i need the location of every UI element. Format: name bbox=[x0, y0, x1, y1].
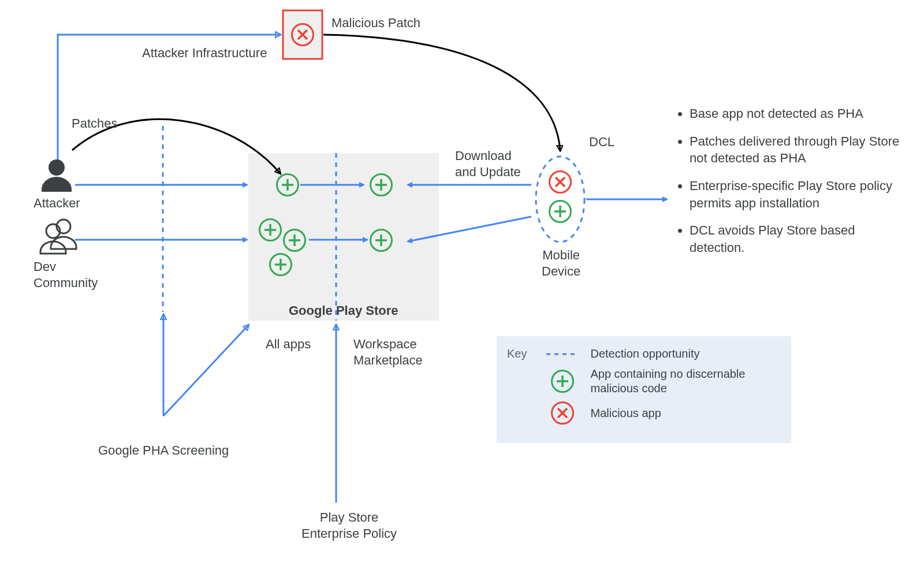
svg-point-0 bbox=[49, 159, 65, 176]
dcl-ellipse bbox=[536, 157, 584, 242]
bullet: Base app not detected as PHA bbox=[690, 105, 907, 122]
label-play-store: Google Play Store bbox=[289, 303, 398, 319]
label-malicious-patch: Malicious Patch bbox=[331, 15, 420, 31]
key-title: Key bbox=[507, 347, 527, 360]
malicious-app-icon bbox=[551, 401, 574, 425]
bullet: DCL avoids Play Store based detection. bbox=[690, 222, 907, 256]
label-download-update: Download and Update bbox=[455, 148, 521, 180]
good-app-icon bbox=[259, 218, 282, 241]
label-pha-screening: Google PHA Screening bbox=[98, 442, 229, 459]
label-dcl: DCL bbox=[589, 134, 614, 150]
impact-bullets: Base app not detected as PHA Patches del… bbox=[676, 105, 907, 267]
good-app-icon bbox=[370, 229, 393, 252]
good-app-icon bbox=[549, 200, 572, 223]
good-app-icon bbox=[283, 229, 306, 252]
bullet: Patches delivered through Play Store not… bbox=[690, 133, 907, 167]
malicious-app-icon bbox=[549, 170, 572, 194]
good-app-icon bbox=[551, 370, 574, 393]
label-dev-community: Dev Community bbox=[33, 259, 98, 291]
malicious-app-icon bbox=[291, 23, 314, 46]
attacker-icon bbox=[42, 159, 72, 192]
label-enterprise-policy: Play Store Enterprise Policy bbox=[301, 510, 397, 541]
good-app-icon bbox=[269, 253, 292, 276]
arrow-pha-diag bbox=[163, 325, 248, 416]
arrow-malicious-to-dcl bbox=[323, 35, 560, 150]
label-attacker: Attacker bbox=[33, 195, 80, 211]
good-app-icon bbox=[370, 173, 393, 196]
good-app-icon bbox=[276, 173, 299, 196]
label-workspace: Workspace Marketplace bbox=[353, 336, 423, 368]
key-good: App containing no discernable malicious … bbox=[590, 367, 781, 396]
bullet: Enterprise-specific Play Store policy pe… bbox=[690, 177, 907, 211]
svg-stage bbox=[0, 0, 924, 569]
label-mobile-device: Mobile Device bbox=[542, 247, 580, 279]
diagram-canvas: Attacker Dev Community Patches Attacker … bbox=[0, 0, 924, 569]
label-patches: Patches bbox=[72, 116, 118, 132]
label-attacker-infra: Attacker Infrastructure bbox=[142, 45, 267, 61]
dev-community-icon bbox=[40, 220, 76, 254]
label-all-apps: All apps bbox=[266, 336, 311, 352]
key-bad: Malicious app bbox=[590, 406, 661, 421]
legend-key: Key Detection opportunity Key App contai… bbox=[497, 336, 791, 443]
key-detection: Detection opportunity bbox=[590, 347, 699, 361]
